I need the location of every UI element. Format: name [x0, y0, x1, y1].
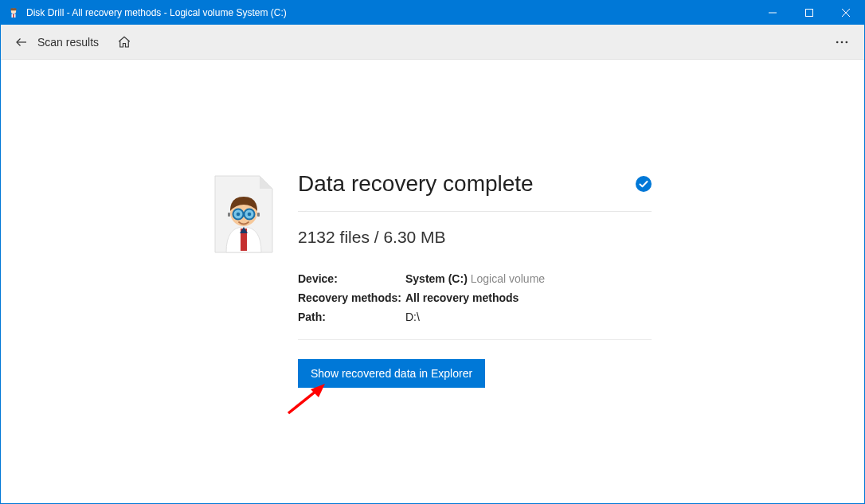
- app-window: Disk Drill - All recovery methods - Logi…: [0, 0, 865, 504]
- svg-point-19: [237, 213, 241, 217]
- minimize-button[interactable]: [754, 1, 791, 25]
- methods-value: All recovery methods: [405, 291, 519, 304]
- close-button[interactable]: [828, 1, 864, 25]
- titlebar: Disk Drill - All recovery methods - Logi…: [1, 1, 864, 25]
- svg-rect-3: [13, 14, 14, 18]
- back-button[interactable]: [10, 31, 33, 53]
- svg-rect-21: [228, 213, 230, 217]
- svg-rect-22: [257, 213, 260, 217]
- svg-point-11: [846, 41, 848, 43]
- svg-point-20: [248, 213, 252, 217]
- methods-label: Recovery methods:: [298, 291, 405, 304]
- home-button[interactable]: [113, 31, 135, 53]
- mascot-icon: [213, 174, 276, 254]
- path-label: Path:: [298, 311, 405, 323]
- svg-point-9: [836, 41, 839, 43]
- result-panel: Data recovery complete 2132 files / 6.30…: [213, 171, 652, 388]
- success-check-icon: [636, 176, 652, 192]
- svg-rect-5: [806, 10, 813, 17]
- divider: [298, 339, 652, 340]
- scan-results-label[interactable]: Scan results: [37, 36, 99, 49]
- toolbar: Scan results: [1, 25, 864, 60]
- device-row: Device: System (C:) Logical volume: [298, 269, 652, 288]
- svg-point-23: [636, 176, 652, 192]
- heading-row: Data recovery complete: [298, 171, 652, 211]
- content-area: Data recovery complete 2132 files / 6.30…: [1, 60, 864, 503]
- maximize-button[interactable]: [791, 1, 828, 25]
- device-value: System (C:) Logical volume: [405, 272, 545, 285]
- show-in-explorer-button[interactable]: Show recovered data in Explorer: [298, 359, 485, 388]
- mascot-column: [213, 171, 293, 388]
- svg-marker-13: [260, 176, 272, 189]
- window-title: Disk Drill - All recovery methods - Logi…: [26, 7, 287, 18]
- svg-point-10: [841, 41, 843, 43]
- device-label: Device:: [298, 272, 405, 285]
- svg-line-24: [288, 388, 320, 413]
- path-value: D:\: [405, 311, 420, 323]
- result-summary: 2132 files / 6.30 MB: [298, 212, 652, 269]
- path-row: Path: D:\: [298, 307, 652, 326]
- svg-rect-1: [11, 8, 17, 10]
- methods-row: Recovery methods: All recovery methods: [298, 288, 652, 307]
- result-heading: Data recovery complete: [298, 171, 534, 197]
- more-button[interactable]: [829, 29, 855, 55]
- info-column: Data recovery complete 2132 files / 6.30…: [293, 171, 652, 388]
- app-icon: [7, 6, 20, 19]
